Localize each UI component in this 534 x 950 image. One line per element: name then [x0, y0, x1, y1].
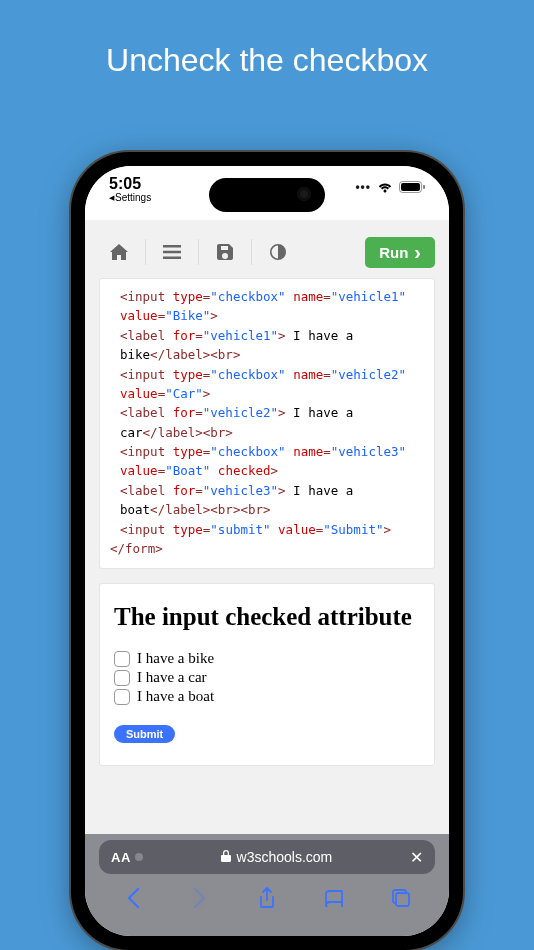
submit-button[interactable]: Submit: [114, 725, 175, 743]
editor-toolbar: Run: [99, 232, 435, 278]
code-line[interactable]: <input type="checkbox" name="vehicle3" v…: [110, 442, 424, 481]
svg-rect-1: [401, 183, 420, 191]
svg-rect-3: [163, 245, 181, 248]
result-heading: The input checked attribute: [114, 602, 420, 632]
svg-rect-5: [163, 257, 181, 260]
divider: [198, 239, 199, 265]
result-panel: The input checked attribute I have a bik…: [99, 583, 435, 766]
address-domain: w3schools.com: [237, 849, 333, 865]
code-line[interactable]: <input type="checkbox" name="vehicle2" v…: [110, 365, 424, 404]
run-button[interactable]: Run: [365, 237, 435, 268]
dynamic-island: [209, 178, 325, 212]
share-icon[interactable]: [255, 886, 279, 910]
theme-icon[interactable]: [258, 236, 298, 268]
save-icon[interactable]: [205, 236, 245, 268]
checkbox-input[interactable]: [114, 670, 130, 686]
svg-rect-7: [396, 893, 409, 906]
checkbox-label[interactable]: I have a boat: [137, 688, 214, 705]
checkbox-input[interactable]: [114, 689, 130, 705]
battery-icon: [399, 181, 425, 193]
svg-rect-2: [423, 185, 425, 189]
code-line[interactable]: <label for="vehicle3"> I have a boat</la…: [110, 481, 424, 520]
forward-icon: [188, 886, 212, 910]
checkbox-row: I have a car: [114, 669, 420, 686]
svg-rect-4: [163, 251, 181, 254]
checkbox-label[interactable]: I have a bike: [137, 650, 214, 667]
safari-chrome: AA w3schools.com ✕: [85, 834, 449, 936]
bookmarks-icon[interactable]: [322, 886, 346, 910]
tabs-icon[interactable]: [389, 886, 413, 910]
instruction-banner: Uncheck the checkbox: [0, 0, 534, 79]
code-line[interactable]: <label for="vehicle1"> I have a bike</la…: [110, 326, 424, 365]
checkbox-label[interactable]: I have a car: [137, 669, 207, 686]
page-content: Run <input type="checkbox" name="vehicle…: [85, 220, 449, 834]
checkbox-row: I have a boat: [114, 688, 420, 705]
address-bar[interactable]: AA w3schools.com ✕: [99, 840, 435, 874]
back-to-settings[interactable]: Settings: [109, 193, 151, 204]
stop-reload-icon[interactable]: ✕: [410, 848, 423, 867]
cellular-icon: •••: [355, 180, 371, 194]
divider: [145, 239, 146, 265]
code-line[interactable]: <label for="vehicle2"> I have a car</lab…: [110, 403, 424, 442]
status-time: 5:05: [109, 176, 151, 193]
checkbox-row: I have a bike: [114, 650, 420, 667]
home-icon[interactable]: [99, 236, 139, 268]
lock-icon: [221, 849, 231, 865]
back-icon[interactable]: [121, 886, 145, 910]
reader-aa-icon[interactable]: AA: [111, 850, 143, 865]
code-editor[interactable]: <input type="checkbox" name="vehicle1" v…: [99, 278, 435, 569]
safari-bottom-toolbar: [99, 874, 435, 936]
divider: [251, 239, 252, 265]
checkbox-input[interactable]: [114, 651, 130, 667]
phone-frame: 5:05 Settings •••: [71, 152, 463, 950]
wifi-icon: [377, 181, 393, 193]
code-line[interactable]: <input type="submit" value="Submit">: [110, 520, 424, 539]
menu-icon[interactable]: [152, 236, 192, 268]
code-line[interactable]: </form>: [110, 539, 424, 558]
code-line[interactable]: <input type="checkbox" name="vehicle1" v…: [110, 287, 424, 326]
